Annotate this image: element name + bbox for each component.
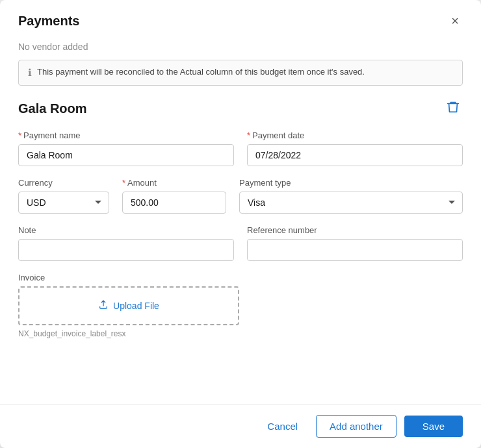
- payment-date-label: * Payment date: [247, 131, 463, 140]
- modal-footer: Cancel Add another Save: [0, 404, 481, 448]
- required-star-date: *: [247, 131, 250, 140]
- delete-button[interactable]: [443, 99, 463, 119]
- payment-date-group: * Payment date: [247, 131, 463, 166]
- payment-name-label: * Payment name: [18, 131, 234, 140]
- payment-type-select[interactable]: Visa Mastercard Cash Check Wire Transfer: [239, 192, 463, 214]
- add-another-button[interactable]: Add another: [316, 415, 396, 438]
- required-star-amount: *: [122, 178, 125, 188]
- amount-label: * Amount: [122, 178, 226, 188]
- info-banner: ℹ This payment will be reconciled to the…: [18, 60, 463, 86]
- payment-type-label: Payment type: [239, 178, 463, 188]
- invoice-section: Invoice Upload File NX_budget_invoice_la…: [18, 273, 463, 338]
- reference-number-label: Reference number: [247, 225, 463, 235]
- required-star-name: *: [18, 131, 21, 140]
- invoice-meta: NX_budget_invoice_label_resx: [18, 329, 463, 338]
- currency-group: Currency USD EUR GBP: [18, 178, 109, 214]
- currency-amount-type-row: Currency USD EUR GBP * Amount Payment ty…: [18, 178, 463, 214]
- modal-body: No vendor added ℹ This payment will be r…: [0, 39, 481, 404]
- note-label: Note: [18, 225, 234, 235]
- note-reference-row: Note Reference number: [18, 225, 463, 261]
- note-group: Note: [18, 225, 234, 261]
- amount-group: * Amount: [122, 178, 226, 214]
- no-vendor-status: No vendor added: [18, 42, 463, 52]
- section-header: Gala Room: [18, 99, 463, 119]
- modal-title: Payments: [18, 14, 80, 29]
- upload-area[interactable]: Upload File: [18, 286, 239, 325]
- payment-date-input[interactable]: [247, 144, 463, 166]
- reference-number-input[interactable]: [247, 239, 463, 261]
- payment-name-group: * Payment name: [18, 131, 234, 166]
- save-button[interactable]: Save: [404, 416, 463, 437]
- info-icon: ℹ: [28, 67, 32, 79]
- trash-icon: [446, 100, 460, 114]
- upload-label: Upload File: [113, 301, 159, 311]
- payment-name-date-row: * Payment name * Payment date: [18, 131, 463, 166]
- close-button[interactable]: ×: [447, 13, 463, 29]
- amount-input[interactable]: [122, 192, 226, 214]
- cancel-button[interactable]: Cancel: [257, 416, 308, 437]
- payments-modal: Payments × No vendor added ℹ This paymen…: [0, 0, 481, 448]
- invoice-label: Invoice: [18, 273, 463, 282]
- info-banner-text: This payment will be reconciled to the A…: [37, 67, 365, 77]
- modal-header: Payments ×: [0, 0, 481, 39]
- payment-name-input[interactable]: [18, 144, 234, 166]
- payment-type-group: Payment type Visa Mastercard Cash Check …: [239, 178, 463, 214]
- upload-icon: [98, 299, 109, 312]
- currency-select[interactable]: USD EUR GBP: [18, 192, 109, 214]
- upload-button[interactable]: Upload File: [98, 299, 159, 312]
- currency-label: Currency: [18, 178, 109, 188]
- reference-number-group: Reference number: [247, 225, 463, 261]
- section-title: Gala Room: [18, 101, 87, 116]
- note-input[interactable]: [18, 239, 234, 261]
